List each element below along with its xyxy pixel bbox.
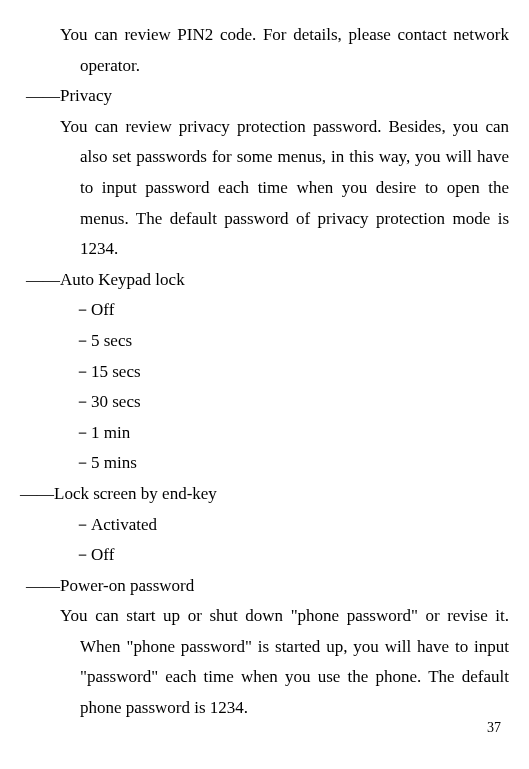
auto-keypad-option-5mins: －5 mins — [74, 448, 509, 479]
auto-keypad-heading: ――Auto Keypad lock — [26, 265, 509, 296]
lock-screen-option-activated: －Activated — [74, 510, 509, 541]
auto-keypad-option-1min: －1 min — [74, 418, 509, 449]
privacy-heading: ――Privacy — [26, 81, 509, 112]
privacy-description: You can review privacy protection passwo… — [80, 112, 509, 265]
auto-keypad-option-5secs: －5 secs — [74, 326, 509, 357]
auto-keypad-option-30secs: －30 secs — [74, 387, 509, 418]
auto-keypad-option-15secs: －15 secs — [74, 357, 509, 388]
poweron-heading: ――Power-on password — [26, 571, 509, 602]
lock-screen-option-off: －Off — [74, 540, 509, 571]
auto-keypad-option-off: －Off — [74, 295, 509, 326]
lock-screen-heading: ――Lock screen by end-key — [20, 479, 509, 510]
poweron-description: You can start up or shut down "phone pas… — [80, 601, 509, 723]
page-number: 37 — [487, 715, 501, 740]
pin2-description: You can review PIN2 code. For details, p… — [80, 20, 509, 81]
